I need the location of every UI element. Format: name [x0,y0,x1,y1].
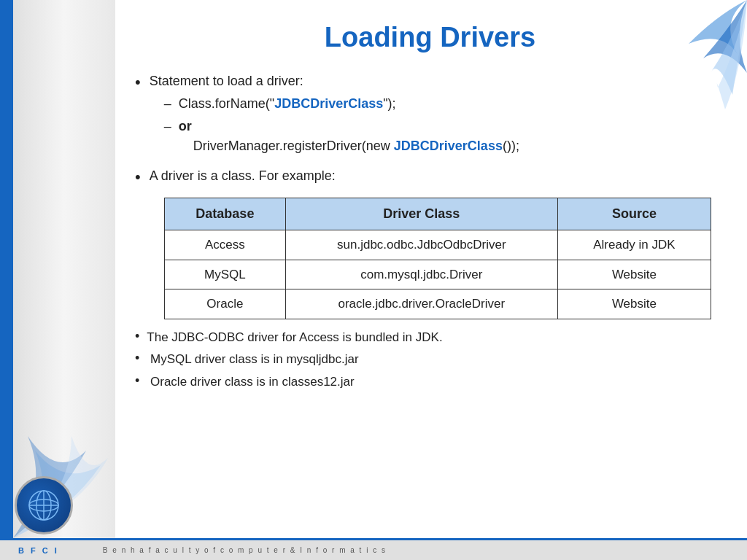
sub-list-1: – Class.forName("JDBCDriverClass"); – or… [164,94,519,156]
cell-driver-mysql: com.mysql.jdbc.Driver [285,260,557,289]
cell-db-oracle: Oracle [165,289,286,319]
cell-db-access: Access [165,230,286,260]
slide-title: Loading Drivers [135,22,725,53]
bfci-label: B F C I [18,546,59,555]
cell-db-mysql: MySQL [165,260,286,289]
bullet-dot-2: • [135,165,141,189]
small-bullets: • The JDBC-ODBC driver for Access is bun… [135,328,725,392]
table-row-mysql: MySQL com.mysql.jdbc.Driver Website [165,260,711,289]
small-bullet-dot-1: • [135,327,139,346]
register-driver-text: DriverManager.registerDriver(new JDBCDri… [179,139,519,153]
bullet-dot-1: • [135,70,141,94]
cell-source-mysql: Website [557,260,711,289]
driver-table: Database Driver Class Source Access sun.… [164,198,711,319]
table-header-row: Database Driver Class Source [165,198,711,230]
small-bullet-3: • Oracle driver class is in classes12.ja… [135,373,725,392]
left-bar [0,0,13,560]
sub-dash-2: – [164,117,171,136]
bottom-bar: B F C I B e n h a f a c u l t y o f c o … [0,538,747,560]
bfci-full-name: B e n h a f a c u l t y o f c o m p u t … [103,546,387,554]
col-header-database: Database [165,198,286,230]
small-bullet-2-text: MySQL driver class is in mysqljdbc.jar [147,350,358,369]
col-header-source: Source [557,198,711,230]
sub-item-2: – or DriverManager.registerDriver(new JD… [164,117,519,156]
bullet-1-content: Statement to load a driver: – Class.forN… [150,71,519,159]
cell-driver-access: sun.jdbc.odbc.JdbcOdbcDriver [285,230,557,260]
sub-item-2-text: or DriverManager.registerDriver(new JDBC… [179,117,519,156]
bullet-1: • Statement to load a driver: – Class.fo… [135,71,725,159]
cell-source-oracle: Website [557,289,711,319]
main-content: Loading Drivers • Statement to load a dr… [120,0,747,538]
small-bullet-3-text: Oracle driver class is in classes12.jar [147,373,354,392]
bullet-2-text: A driver is a class. For example: [150,166,336,186]
cell-source-access: Already in JDK [557,230,711,260]
logo-area [15,476,73,534]
table-row-access: Access sun.jdbc.odbc.JdbcOdbcDriver Alre… [165,230,711,260]
jdbc-class-1: JDBCDriverClass [274,96,383,111]
small-bullet-1: • The JDBC-ODBC driver for Access is bun… [135,328,725,347]
bullet-2: • A driver is a class. For example: [135,166,725,189]
sub-item-1-text: Class.forName("JDBCDriverClass"); [179,94,396,114]
content-body: • Statement to load a driver: – Class.fo… [135,71,725,391]
small-bullet-1-text: The JDBC-ODBC driver for Access is bundl… [147,328,442,347]
small-bullet-dot-3: • [135,371,139,391]
small-bullet-dot-2: • [135,349,139,368]
sub-item-1: – Class.forName("JDBCDriverClass"); [164,94,519,114]
small-bullet-2: • MySQL driver class is in mysqljdbc.jar [135,350,725,369]
col-header-driver-class: Driver Class [285,198,557,230]
logo-circle [15,476,73,534]
table-container: Database Driver Class Source Access sun.… [164,198,725,319]
bullet-1-text: Statement to load a driver: [150,74,303,88]
sub-dash-1: – [164,94,171,114]
cell-driver-oracle: oracle.jdbc.driver.OracleDriver [285,289,557,319]
table-row-oracle: Oracle oracle.jdbc.driver.OracleDriver W… [165,289,711,319]
jdbc-class-2: JDBCDriverClass [394,139,503,153]
